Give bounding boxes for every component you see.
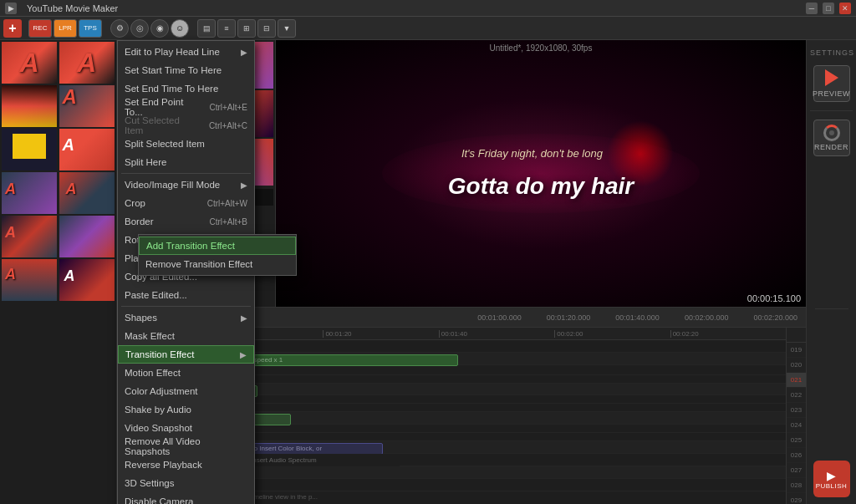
thumbnail-7[interactable]: A <box>2 172 57 214</box>
preview-subtext: It's Friday night, don't be long <box>461 147 603 160</box>
toolbar-func-1[interactable]: ▤ <box>197 19 216 38</box>
menu-3d-settings[interactable]: 3D Settings <box>118 474 254 492</box>
separator-1 <box>121 173 251 174</box>
track-numbers: 019 020 021 022 023 024 025 026 027 028 … <box>786 328 806 504</box>
menu-shake-audio[interactable]: Shake by Audio <box>118 400 254 419</box>
thumbnail-5[interactable] <box>2 129 57 171</box>
toolbar-func-4[interactable]: ⊟ <box>257 19 276 38</box>
submenu-arrow-14: ▶ <box>241 313 247 323</box>
app-icon: ▶ <box>5 3 17 14</box>
separator-2 <box>121 306 251 307</box>
track-content-graffiti <box>207 479 786 491</box>
menu-video-snapshot[interactable]: Video Snapshot <box>118 419 254 437</box>
transition-submenu: Add Transition Effect Remove Transition … <box>138 234 297 276</box>
menu-set-end-here[interactable]: Set End Time To Here <box>118 79 254 98</box>
track-num-020: 020 <box>787 358 806 373</box>
right-panel: SETTINGS PREVIEW RENDER ▶ PUBLISH <box>806 40 856 504</box>
menu-fill-mode[interactable]: Video/Image Fill Mode ▶ <box>118 176 254 194</box>
menu-shapes[interactable]: Shapes ▶ <box>118 308 254 327</box>
menu-remove-transition[interactable]: Remove Transition Effect <box>139 255 296 273</box>
menu-disable-camera[interactable]: Disable Camera <box>118 492 254 504</box>
menu-crop[interactable]: Crop Ctrl+Alt+W <box>118 194 254 212</box>
preview-main-text: Gotta do my hair <box>448 173 634 200</box>
preview-timecode: 00:00:15.100 <box>747 293 801 303</box>
toolbar-icon-4[interactable]: ☺ <box>171 19 189 38</box>
menu-motion-effect[interactable]: Motion Effect <box>118 364 254 382</box>
ruler-time-4: 00:02:00.000 <box>685 313 729 322</box>
track-num-021: 021 <box>787 373 806 388</box>
track-num-019: 019 <box>787 343 806 358</box>
toolbar-func-5[interactable]: ▼ <box>278 19 296 38</box>
tps-btn[interactable]: TPS <box>79 19 102 38</box>
minimize-btn[interactable]: ─ <box>806 3 818 14</box>
add-button[interactable]: + <box>3 19 22 38</box>
live-btn[interactable]: LPR <box>54 19 77 38</box>
thumbnail-9[interactable]: A <box>2 216 57 257</box>
render-icon <box>823 125 840 141</box>
maximize-btn[interactable]: □ <box>823 3 834 14</box>
track-num-025: 025 <box>787 433 806 448</box>
timeline-tracks-area: 00:01:00 00:01:20 00:01:40 00:02:00 00:0… <box>207 328 786 504</box>
track-content-motion1 <box>207 365 786 375</box>
settings-label: SETTINGS <box>810 47 853 57</box>
toolbar-icon-1[interactable]: ⚙ <box>110 19 129 38</box>
publish-btn[interactable]: ▶ PUBLISH <box>813 461 850 497</box>
video-preview: Untitled*, 1920x1080, 30fps It's Friday … <box>276 40 806 307</box>
thumbnail-6[interactable]: A <box>59 129 115 171</box>
thumbnail-8[interactable]: A <box>59 172 115 214</box>
thumbnail-1[interactable]: A <box>2 42 57 84</box>
track-content-video: lethergo.mp4 (speed x 1 <box>207 353 786 365</box>
track-content-audio: Right Click to Insert Color Block, or <box>207 441 786 454</box>
toolbar-func-2[interactable]: ≡ <box>217 19 236 38</box>
preview-label: PREVIEW <box>813 89 850 98</box>
thumbnail-3[interactable] <box>2 85 57 127</box>
menu-color-adj[interactable]: Color Adjustment <box>118 382 254 400</box>
render-btn[interactable]: RENDER <box>813 120 850 156</box>
track-num-024: 024 <box>787 418 806 433</box>
menu-split-selected[interactable]: Split Selected Item <box>118 135 254 153</box>
toolbar-icon-3[interactable]: ◉ <box>150 19 169 38</box>
menu-set-end-point[interactable]: Set End Point To... Ctrl+Alt+E <box>118 98 254 116</box>
menu-set-start[interactable]: Set Start Time To Here <box>118 61 254 79</box>
menu-mask-effect[interactable]: Mask Effect <box>118 327 254 345</box>
track-num-027: 027 <box>787 463 806 478</box>
rec-btn[interactable]: REC <box>28 19 52 38</box>
thumbnail-grid: A A A A A A <box>0 40 116 303</box>
menu-add-transition[interactable]: Add Transition Effect <box>139 237 296 255</box>
preview-canvas: Untitled*, 1920x1080, 30fps It's Friday … <box>276 40 806 307</box>
menu-edit-play-head[interactable]: Edit to Play Head Line ▶ <box>118 43 254 61</box>
left-panel: A A A A A A <box>0 40 117 504</box>
preview-btn[interactable]: PREVIEW <box>813 65 850 102</box>
menu-border[interactable]: Border Ctrl+Alt+B <box>118 212 254 231</box>
ruler-time-1: 00:01:00.000 <box>477 313 522 322</box>
track-num-022: 022 <box>787 388 806 403</box>
menu-paste-edited[interactable]: Paste Edited... <box>118 286 254 304</box>
render-label: RENDER <box>814 143 848 151</box>
track-content-motion3 <box>207 425 786 433</box>
app-title: YouTube Movie Maker <box>27 3 118 13</box>
track-num-028: 028 <box>787 478 806 493</box>
timeline-ruler-row: 00:01:00 00:01:20 00:01:40 00:02:00 00:0… <box>207 328 786 340</box>
track-num-header <box>787 328 806 343</box>
submenu-arrow-0: ▶ <box>241 48 247 57</box>
title-bar: ▶ YouTube Movie Maker ─ □ ✕ <box>0 0 856 17</box>
preview-info: Untitled*, 1920x1080, 30fps <box>490 43 593 53</box>
menu-transition-effect[interactable]: Transition Effect ▶ <box>118 345 254 364</box>
thumbnail-12[interactable]: A <box>59 259 115 301</box>
thumbnail-2[interactable]: A <box>59 42 115 84</box>
thumbnail-4[interactable]: A <box>59 85 115 127</box>
track-content-shape3 <box>207 433 786 441</box>
ruler-time-2: 00:01:20.000 <box>547 313 591 322</box>
menu-split-here[interactable]: Split Here <box>118 153 254 171</box>
menu-reverse-playback[interactable]: Reverse Playback <box>118 456 254 474</box>
track-num-026: 026 <box>787 448 806 463</box>
menu-remove-snapshots[interactable]: Remove All Video Snapshots <box>118 437 254 456</box>
track-content-text: Insert Audio Spectrum <box>207 454 786 466</box>
toolbar-icon-2[interactable]: ◎ <box>130 19 149 38</box>
scroll-hint: scrolling the Timeline view in the p... <box>207 491 786 504</box>
toolbar-func-3[interactable]: ⊞ <box>237 19 256 38</box>
thumbnail-10[interactable] <box>59 216 115 257</box>
track-num-023: 023 <box>787 403 806 418</box>
close-btn[interactable]: ✕ <box>839 3 851 14</box>
thumbnail-11[interactable]: A <box>2 259 57 301</box>
